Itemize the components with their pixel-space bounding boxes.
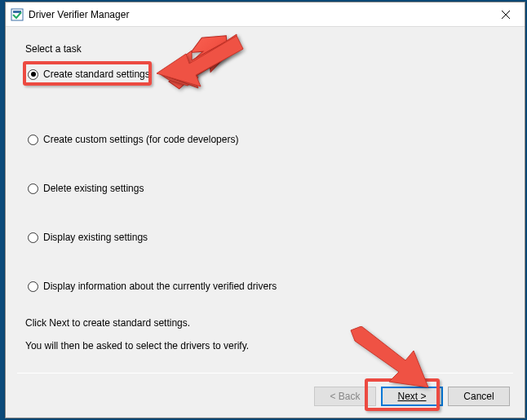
app-icon: [11, 8, 24, 21]
radio-label: Display existing settings: [43, 232, 148, 243]
radio-display-info[interactable]: Display information about the currently …: [25, 278, 505, 294]
radio-icon: [28, 281, 38, 292]
info-text-2: You will then be asked to select the dri…: [25, 340, 505, 351]
client-area: Select a task Create standard settings C…: [6, 27, 525, 418]
info-text-1: Click Next to create standard settings.: [25, 317, 505, 329]
radio-display-existing[interactable]: Display existing settings: [25, 229, 505, 245]
button-row: < Back Next > Cancel: [314, 387, 510, 406]
window-title: Driver Verifier Manager: [29, 9, 487, 20]
radio-label: Create standard settings: [43, 69, 150, 80]
radio-delete-existing[interactable]: Delete existing settings: [25, 180, 505, 197]
next-button[interactable]: Next >: [381, 387, 443, 406]
radio-icon: [28, 135, 38, 145]
radio-create-custom[interactable]: Create custom settings (for code develop…: [25, 131, 505, 148]
radio-label: Delete existing settings: [43, 183, 144, 194]
radio-label: Display information about the currently …: [43, 281, 277, 292]
back-button: < Back: [314, 387, 376, 406]
radio-icon: [28, 69, 38, 80]
window: Driver Verifier Manager Select a task Cr…: [5, 2, 525, 418]
radio-icon: [28, 183, 38, 194]
separator: [17, 373, 513, 374]
radio-create-standard[interactable]: Create standard settings: [25, 66, 155, 82]
cancel-button[interactable]: Cancel: [448, 387, 510, 406]
close-icon: [502, 11, 510, 19]
task-label: Select a task: [25, 43, 505, 55]
radio-icon: [28, 232, 38, 243]
close-button[interactable]: [487, 2, 525, 27]
radio-dot-icon: [31, 72, 36, 77]
radio-label: Create custom settings (for code develop…: [43, 134, 238, 145]
titlebar: Driver Verifier Manager: [6, 2, 525, 27]
